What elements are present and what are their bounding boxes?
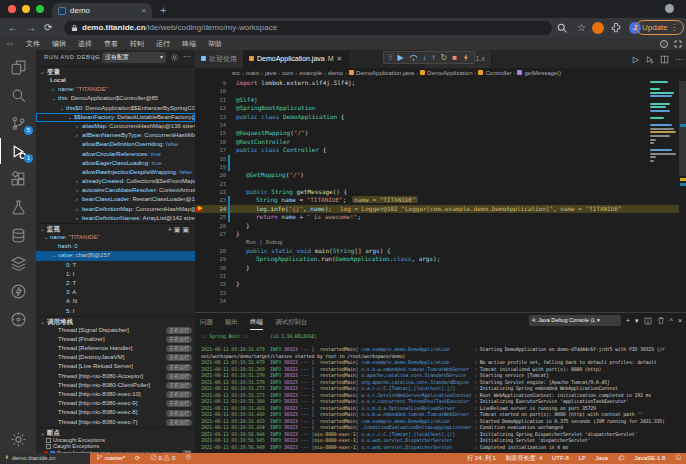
run-or-debug-icon[interactable] <box>645 55 654 64</box>
stop-icon[interactable]: ■ <box>452 52 457 63</box>
code-line[interactable]: 20@GetMapping("/") <box>195 171 686 179</box>
browser-tab[interactable]: demo × <box>52 3 152 18</box>
minimap[interactable] <box>650 81 678 181</box>
test-beaker-icon[interactable] <box>0 194 36 220</box>
editor-tab-DemoApplication.java[interactable]: DemoApplication.javaM✕ <box>243 50 349 68</box>
code-line[interactable]: 27} <box>195 230 686 238</box>
editor-scrollbar[interactable] <box>679 79 686 312</box>
callstack-thread-row[interactable]: Thread [Signal Dispatcher]正在运行 <box>36 326 195 335</box>
menu-item-运行[interactable]: 运行 <box>150 38 176 50</box>
split-editor-icon[interactable] <box>660 55 669 64</box>
hot-code-replace-icon[interactable] <box>462 53 470 62</box>
watch-row[interactable]: hash: 0 <box>36 242 195 251</box>
callstack-thread-row[interactable]: Thread [Reference Handler]正在运行 <box>36 344 195 353</box>
code-line[interactable]: 22public String getMessage() { <box>195 188 686 196</box>
variable-row[interactable]: allowEagerClassLoading: true <box>36 159 195 168</box>
code-line[interactable]: 33 <box>195 289 686 297</box>
explorer-icon[interactable] <box>0 54 36 80</box>
code-line[interactable]: 15@RequestMapping("/") <box>195 129 686 137</box>
panel-tab-输出[interactable]: 输出 <box>225 313 238 330</box>
menu-item-查看[interactable]: 查看 <box>98 38 124 50</box>
close-window-button[interactable] <box>8 5 16 13</box>
watch-section-header[interactable]: ⌄监视+▣▣ <box>36 223 195 233</box>
menu-item-帮助[interactable]: 帮助 <box>202 38 228 50</box>
continue-icon[interactable]: ▶ <box>397 52 403 63</box>
callstack-section-header[interactable]: ⌄调用堆栈 <box>36 316 195 326</box>
run-icon[interactable]: ▷ <box>633 55 639 64</box>
indentation-status[interactable]: 制表符长度: 4 <box>506 453 543 464</box>
code-line[interactable]: 13public class DemoApplication { <box>195 113 686 121</box>
run-debug-icon[interactable]: 1 <box>0 138 36 164</box>
code-line[interactable]: 11@Slf4j <box>195 96 686 104</box>
callstack-thread-row[interactable]: Thread [http-nio-8080-exec-7]正在运行 <box>36 418 195 427</box>
variable-row[interactable]: ›autowireCandidateResolver: ContextAnnot… <box>36 186 195 195</box>
codelens-row[interactable]: Run | Debug <box>195 238 686 246</box>
menu-item-转到[interactable]: 转到 <box>124 38 150 50</box>
callstack-thread-row[interactable]: Thread [http-nio-8080-Acceptor]正在运行 <box>36 372 195 381</box>
code-line[interactable]: 23String name = "TITANIDE";name = "TITAN… <box>195 196 686 204</box>
code-line[interactable]: 30} <box>195 264 686 272</box>
watch-row[interactable]: ⌄name: "TITANIDE" <box>36 233 195 242</box>
more-actions-icon[interactable]: ··· <box>675 55 683 64</box>
maximize-panel-icon[interactable]: ^ <box>670 315 673 326</box>
watch-row[interactable]: 3: A <box>36 288 195 297</box>
live-bolt-icon[interactable] <box>0 278 36 304</box>
cursor-position-status[interactable]: 行 24, 列 1 <box>467 453 496 464</box>
breadcrumb-item[interactable]: main <box>246 70 259 76</box>
extension-avatar-icon[interactable] <box>592 22 604 34</box>
search-icon[interactable] <box>556 22 568 34</box>
variable-row[interactable]: Local <box>36 76 195 85</box>
variable-row[interactable]: ›beanClassLoader: RestartClassLoader@140 <box>36 195 195 204</box>
debug-connect-icon[interactable] <box>185 453 192 464</box>
breadcrumb-item[interactable]: DemoApplication.java <box>356 70 414 76</box>
menu-item-终端[interactable]: 终端 <box>176 38 202 50</box>
code-line[interactable]: 17public class Controller { <box>195 146 686 154</box>
variable-row[interactable]: ›allBeanNamesByType: ConcurrentHashMap@1… <box>36 131 195 140</box>
kebab-menu-icon[interactable]: ⋮ <box>670 23 678 32</box>
gear-icon[interactable] <box>0 426 36 452</box>
callstack-thread-row[interactable]: Thread [http-nio-8080-ClientPoller]正在运行 <box>36 381 195 390</box>
watch-row[interactable]: 1: I <box>36 270 195 279</box>
eol-status[interactable]: LF <box>579 453 586 464</box>
code-line[interactable]: 29SpringApplication.run(DemoApplication.… <box>195 255 686 263</box>
breadcrumb-item[interactable]: com <box>282 70 293 76</box>
expand-icon[interactable] <box>674 40 682 48</box>
layers-icon[interactable] <box>0 250 36 276</box>
breadcrumb-item[interactable]: Controller <box>485 70 511 76</box>
breadcrumb-item[interactable]: DemoApplication <box>427 70 472 76</box>
database-icon[interactable] <box>0 222 36 248</box>
remote-indicator[interactable]: demo.titanide.cn <box>0 453 90 464</box>
code-line[interactable]: 16@RestController <box>195 138 686 146</box>
variable-row[interactable]: ›beanDefinitionNames: ArrayList@142 size… <box>36 214 195 223</box>
configure-gear-icon[interactable] <box>170 53 179 62</box>
variables-section-header[interactable]: ⌄变量 <box>36 66 195 76</box>
variable-row[interactable]: ⌄$$beanFactory: DefaultListableBeanFacto… <box>36 113 195 122</box>
more-actions-icon[interactable]: ··· <box>183 52 191 61</box>
code-line[interactable]: 25return name + " is awesome!"; <box>195 213 686 221</box>
watch-row[interactable]: 2: T <box>36 279 195 288</box>
editor-tab-欢迎使用[interactable]: 欢迎使用 <box>195 50 244 68</box>
bookmark-star-icon[interactable]: ☆ <box>577 21 586 35</box>
code-line[interactable]: 31 <box>195 272 686 280</box>
close-tab-icon[interactable]: × <box>141 3 146 18</box>
variable-row[interactable]: ›beanDefinitionMap: ConcurrentHashMap@14… <box>36 205 195 214</box>
code-line[interactable]: 18 <box>195 155 686 163</box>
watch-row[interactable]: 5: I <box>36 307 195 316</box>
new-tab-button[interactable]: + <box>160 3 166 18</box>
code-line[interactable]: 28public static void main(String[] args)… <box>195 247 686 255</box>
debug-config-dropdown[interactable]: 没有配置▾ <box>102 52 166 63</box>
step-over-icon[interactable] <box>409 53 418 62</box>
callstack-thread-row[interactable]: Thread [http-nio-8080-exec-8]正在运行 <box>36 408 195 417</box>
menu-item-选择[interactable]: 选择 <box>72 38 98 50</box>
watch-row[interactable]: ⌄value: char[8]@257 <box>36 251 195 260</box>
split-terminal-icon[interactable] <box>644 317 652 325</box>
java-status-thumb-icon[interactable] <box>618 453 625 464</box>
app-logo[interactable]: <> <box>4 40 16 48</box>
restart-icon[interactable]: ↻ <box>441 52 448 63</box>
back-icon[interactable]: ← <box>8 21 18 35</box>
panel-tab-终端[interactable]: 终端 <box>250 313 263 330</box>
panel-tab-问题[interactable]: 问题 <box>200 313 213 330</box>
variable-row[interactable]: ›name: "TITANIDE" <box>36 85 195 94</box>
remove-watch-icon[interactable]: ▣ <box>182 226 191 233</box>
problems-status[interactable]: 0 0 <box>150 453 176 464</box>
